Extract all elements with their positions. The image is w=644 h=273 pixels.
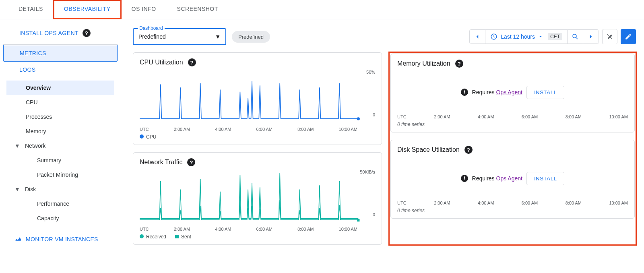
nav-performance[interactable]: Performance [6, 196, 114, 211]
install-ops-agent-label: INSTALL OPS AGENT [19, 30, 78, 36]
y-max-label: 50KiB/s [360, 170, 375, 174]
time-range-group: Last 12 hours CET [469, 29, 599, 44]
install-button[interactable]: INSTALL [526, 172, 565, 185]
x-axis: UTC2:00 AM4:00 AM6:00 AM8:00 AM10:00 AM [397, 114, 628, 119]
caret-down-icon: ▼ [14, 143, 22, 149]
caret-down-icon: ▼ [215, 33, 221, 40]
requires-ops-agent: i Requires Ops Agent INSTALL [397, 71, 628, 114]
install-button[interactable]: INSTALL [526, 86, 565, 99]
card-title: Network Traffic [140, 159, 182, 166]
hide-toolbar-button[interactable] [602, 29, 617, 44]
charts-left-col: CPU Utilization? 50% 0 UTC2:00 AM4:00 AM… [133, 52, 382, 245]
tab-os-info[interactable]: OS INFO [121, 0, 167, 19]
time-prev-button[interactable] [470, 30, 485, 43]
nav-packet-mirroring[interactable]: Packet Mirroring [6, 168, 114, 182]
y-min-label: 0 [373, 212, 375, 217]
y-min-label: 0 [373, 112, 375, 117]
charts-right-col: Memory Utilization? i Requires Ops Agent… [389, 52, 636, 245]
chevron-right-icon [587, 33, 594, 40]
sidebar-tabs: METRICS LOGS [3, 44, 118, 78]
card-cpu-utilization: CPU Utilization? 50% 0 UTC2:00 AM4:00 AM… [133, 52, 382, 145]
dashboard-select[interactable]: Dashboard Predefined ▼ [133, 28, 226, 45]
topbar: Dashboard Predefined ▼ Predefined Last 1… [133, 28, 636, 45]
main-content: Dashboard Predefined ▼ Predefined Last 1… [121, 19, 644, 253]
time-series-note: 0 time series [397, 122, 628, 127]
card-title: CPU Utilization [140, 59, 183, 66]
nav-overview[interactable]: Overview [6, 81, 114, 95]
nav-network[interactable]: ▼ Network [6, 139, 114, 153]
sidebar-tab-logs[interactable]: LOGS [3, 62, 118, 78]
cpu-chart[interactable]: 50% 0 [140, 70, 375, 126]
network-chart-svg [140, 170, 375, 226]
x-axis: UTC2:00 AM4:00 AM6:00 AM8:00 AM10:00 AM [140, 127, 375, 132]
install-ops-agent-link[interactable]: INSTALL OPS AGENT ? [0, 26, 121, 44]
cpu-legend: CPU [140, 134, 375, 140]
caret-down-icon: ▼ [14, 186, 22, 192]
time-next-button[interactable] [583, 30, 599, 43]
nav-memory[interactable]: Memory [6, 124, 114, 139]
dashboard-select-value: Predefined [138, 33, 166, 40]
caret-down-icon [538, 34, 543, 39]
y-max-label: 50% [366, 70, 375, 74]
wrench-off-icon [606, 33, 613, 40]
sidebar-nav: Overview CPU Processes Memory ▼ Network … [3, 78, 118, 228]
sidebar: INSTALL OPS AGENT ? METRICS LOGS Overvie… [0, 19, 121, 253]
info-icon: i [461, 89, 468, 96]
card-title: Memory Utilization [397, 60, 450, 67]
time-controls: Last 12 hours CET [469, 29, 636, 44]
nav-processes[interactable]: Processes [6, 110, 114, 124]
help-icon[interactable]: ? [464, 146, 473, 154]
help-icon[interactable]: ? [455, 60, 463, 68]
clock-icon [490, 33, 497, 40]
x-axis: UTC2:00 AM4:00 AM6:00 AM8:00 AM10:00 AM [140, 227, 375, 232]
tab-screenshot[interactable]: SCREENSHOT [167, 0, 229, 19]
card-memory-utilization: Memory Utilization? i Requires Ops Agent… [390, 54, 635, 132]
time-series-note: 0 time series [397, 208, 628, 213]
network-chart[interactable]: 50KiB/s 0 [140, 170, 375, 226]
help-icon[interactable]: ? [187, 158, 195, 166]
main-tabs: DETAILS OBSERVABILITY OS INFO SCREENSHOT [0, 0, 644, 19]
network-legend: Received Sent [140, 234, 375, 240]
time-range-select[interactable]: Last 12 hours CET [485, 30, 568, 43]
x-axis: UTC2:00 AM4:00 AM6:00 AM8:00 AM10:00 AM [397, 201, 628, 205]
dashboard-select-label: Dashboard [138, 25, 165, 31]
nav-summary[interactable]: Summary [6, 153, 114, 168]
chevron-left-icon [474, 33, 481, 40]
tab-observability[interactable]: OBSERVABILITY [54, 0, 121, 19]
ops-agent-link[interactable]: Ops Agent [496, 175, 522, 182]
search-icon [572, 33, 579, 40]
nav-disk[interactable]: ▼ Disk [6, 182, 114, 196]
dashboard-chip[interactable]: Predefined [232, 31, 270, 43]
card-title: Disk Space Utilization [397, 146, 460, 153]
card-disk-space-utilization: Disk Space Utilization? i Requires Ops A… [390, 140, 635, 219]
info-icon: i [461, 175, 468, 182]
help-icon[interactable]: ? [188, 58, 196, 66]
card-network-traffic: Network Traffic? 50KiB/s 0 UTC2:00 AM4:0… [133, 152, 382, 245]
svg-point-2 [357, 117, 360, 120]
cpu-chart-svg [140, 70, 375, 126]
svg-point-1 [573, 34, 576, 38]
monitor-vm-instances-link[interactable]: MONITOR VM INSTANCES [0, 228, 121, 250]
edit-button[interactable] [621, 29, 636, 44]
charts-grid: CPU Utilization? 50% 0 UTC2:00 AM4:00 AM… [133, 52, 636, 245]
help-icon[interactable]: ? [83, 29, 91, 37]
nav-capacity[interactable]: Capacity [6, 211, 114, 225]
tab-details[interactable]: DETAILS [8, 0, 54, 19]
monitoring-icon [14, 236, 22, 243]
timezone-badge: CET [548, 33, 562, 40]
requires-ops-agent: i Requires Ops Agent INSTALL [397, 157, 628, 200]
ops-agent-link[interactable]: Ops Agent [496, 89, 522, 95]
pencil-icon [625, 33, 632, 40]
sidebar-tab-metrics[interactable]: METRICS [3, 45, 118, 62]
nav-cpu[interactable]: CPU [6, 95, 114, 110]
svg-rect-3 [357, 219, 359, 221]
zoom-button[interactable] [568, 30, 583, 43]
